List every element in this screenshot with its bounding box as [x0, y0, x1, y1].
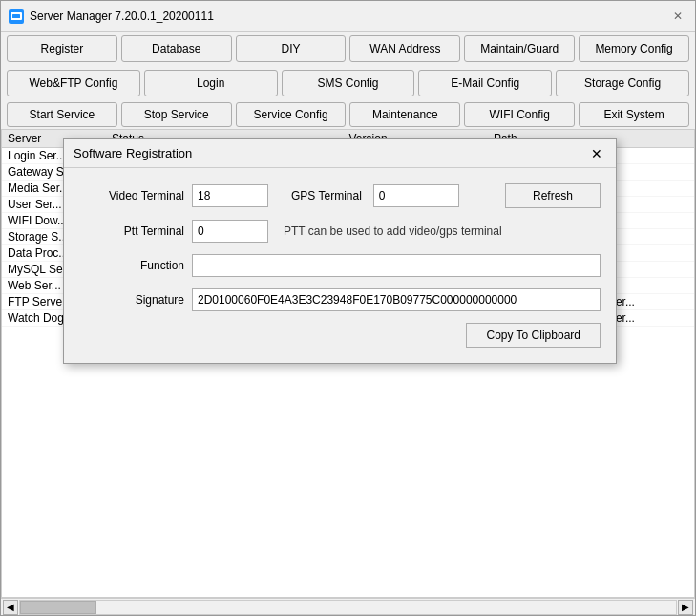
video-terminal-label: Video Terminal — [79, 189, 184, 202]
database-button[interactable]: Database — [121, 35, 232, 62]
maintain-guard-button[interactable]: Maintain/Guard — [464, 35, 575, 62]
toolbar-row-2: Web&FTP Config Login SMS Config E-Mail C… — [1, 66, 695, 100]
toolbar-row-1: Register Database DIY WAN Address Mainta… — [1, 32, 695, 66]
email-config-button[interactable]: E-Mail Config — [418, 70, 552, 96]
content-area: Server Status Version Path Login Ser... … — [1, 129, 695, 598]
title-bar-left: Server Manager 7.20.0.1_20200111 — [9, 9, 214, 24]
sms-config-button[interactable]: SMS Config — [282, 70, 415, 96]
form-row-signature: Signature — [79, 288, 601, 311]
wifi-config-button[interactable]: WIFI Config — [464, 102, 575, 127]
diy-button[interactable]: DIY — [236, 35, 347, 62]
service-config-button[interactable]: Service Config — [236, 102, 347, 127]
function-input[interactable] — [192, 254, 601, 277]
gps-terminal-label: GPS Terminal — [291, 189, 362, 202]
form-row-terminals: Video Terminal GPS Terminal Refresh — [79, 183, 601, 208]
refresh-button[interactable]: Refresh — [505, 183, 601, 208]
ptt-terminal-label: Ptt Terminal — [79, 224, 184, 238]
signature-input[interactable] — [192, 288, 601, 311]
gps-terminal-input[interactable] — [373, 184, 459, 207]
modal-overlay: Software Registration ✕ Video Terminal G… — [1, 129, 695, 598]
memory-config-button[interactable]: Memory Config — [579, 35, 689, 62]
form-row-ptt: Ptt Terminal PTT can be used to add vide… — [79, 220, 601, 243]
scroll-left-arrow[interactable]: ◀ — [3, 600, 18, 615]
window-close-button[interactable]: ✕ — [668, 7, 687, 26]
window-title: Server Manager 7.20.0.1_20200111 — [30, 10, 214, 23]
start-service-button[interactable]: Start Service — [7, 102, 117, 127]
exit-system-button[interactable]: Exit System — [579, 102, 689, 127]
register-button[interactable]: Register — [7, 35, 117, 62]
ptt-hint: PTT can be used to add video/gps termina… — [284, 224, 502, 238]
form-row-function: Function — [79, 254, 601, 277]
scroll-track[interactable] — [19, 600, 677, 615]
dialog-title: Software Registration — [74, 146, 192, 160]
horizontal-scrollbar[interactable]: ◀ ▶ — [1, 598, 695, 615]
video-terminal-input[interactable] — [192, 184, 268, 207]
wan-address-button[interactable]: WAN Address — [349, 35, 460, 62]
main-window: Server Manager 7.20.0.1_20200111 ✕ Regis… — [0, 0, 696, 616]
scroll-right-arrow[interactable]: ▶ — [678, 600, 693, 615]
copy-button-row: Copy To Clipboard — [79, 323, 601, 348]
dialog-close-button[interactable]: ✕ — [587, 144, 606, 163]
ptt-terminal-input[interactable] — [192, 220, 268, 243]
dialog-content: Video Terminal GPS Terminal Refresh Ptt … — [64, 168, 616, 363]
maintenance-button[interactable]: Maintenance — [349, 102, 460, 127]
storage-config-button[interactable]: Storage Config — [556, 70, 689, 96]
dialog-title-bar: Software Registration ✕ — [64, 139, 616, 168]
app-icon — [9, 9, 24, 24]
copy-to-clipboard-button[interactable]: Copy To Clipboard — [466, 323, 601, 348]
stop-service-button[interactable]: Stop Service — [121, 102, 232, 127]
service-row: Start Service Stop Service Service Confi… — [1, 100, 695, 129]
signature-label: Signature — [79, 293, 184, 307]
software-registration-dialog: Software Registration ✕ Video Terminal G… — [63, 138, 617, 364]
scroll-thumb[interactable] — [20, 601, 96, 614]
svg-rect-2 — [12, 14, 20, 18]
login-button[interactable]: Login — [144, 70, 278, 96]
web-ftp-config-button[interactable]: Web&FTP Config — [7, 70, 140, 96]
function-label: Function — [79, 259, 184, 272]
title-bar: Server Manager 7.20.0.1_20200111 ✕ — [1, 1, 695, 32]
